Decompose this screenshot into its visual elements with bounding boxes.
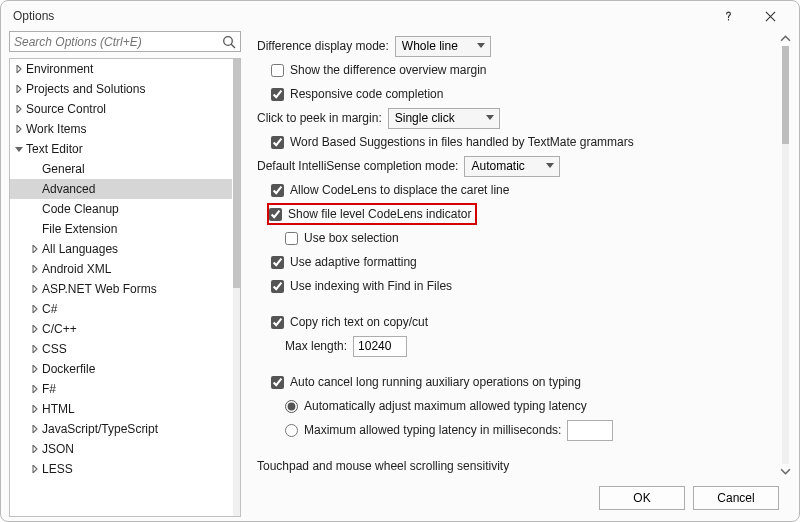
intellisense-select[interactable]: Automatic [464, 156, 560, 177]
tree-item[interactable]: LESS [10, 459, 232, 479]
tree-scrollbar[interactable] [233, 59, 240, 516]
tree-item-label: Text Editor [26, 142, 83, 156]
copy-rich-checkbox[interactable] [271, 316, 284, 329]
tree-item[interactable]: Environment [10, 59, 232, 79]
chevron-right-icon [30, 384, 40, 394]
indexing-find-label: Use indexing with Find in Files [290, 279, 452, 293]
latency-ms-label: Maximum allowed typing latency in millis… [304, 423, 561, 437]
tree-item[interactable]: ASP.NET Web Forms [10, 279, 232, 299]
tree-item-label: LESS [42, 462, 73, 476]
cancel-button[interactable]: Cancel [693, 486, 779, 510]
responsive-completion-label: Responsive code completion [290, 87, 443, 101]
tree-item[interactable]: CSS [10, 339, 232, 359]
diff-mode-select[interactable]: Whole line [395, 36, 491, 57]
tree-item[interactable]: File Extension [10, 219, 232, 239]
titlebar: Options [1, 1, 799, 31]
chevron-right-icon [30, 444, 40, 454]
adaptive-fmt-label: Use adaptive formatting [290, 255, 417, 269]
tree-item[interactable]: Android XML [10, 259, 232, 279]
codelens-caret-checkbox[interactable] [271, 184, 284, 197]
tree-item[interactable]: Code Cleanup [10, 199, 232, 219]
close-button[interactable] [749, 2, 791, 30]
search-wrap [9, 31, 241, 52]
tree-item[interactable]: Source Control [10, 99, 232, 119]
tree-item[interactable]: Dockerfile [10, 359, 232, 379]
chevron-right-icon [30, 244, 40, 254]
tree-item-label: C/C++ [42, 322, 77, 336]
diff-mode-label: Difference display mode: [257, 39, 389, 53]
tree-item[interactable]: Text Editor [10, 139, 232, 159]
auto-cancel-label: Auto cancel long running auxiliary opera… [290, 375, 581, 389]
highlighted-option: Show file level CodeLens indicator [267, 203, 477, 225]
ok-button[interactable]: OK [599, 486, 685, 510]
show-diff-overview-checkbox[interactable] [271, 64, 284, 77]
latency-ms-input[interactable] [567, 420, 613, 441]
search-input[interactable] [9, 31, 241, 52]
box-selection-checkbox[interactable] [285, 232, 298, 245]
window-title: Options [13, 9, 707, 23]
tree-item-label: HTML [42, 402, 75, 416]
latency-auto-label: Automatically adjust maximum allowed typ… [304, 399, 587, 413]
adaptive-fmt-checkbox[interactable] [271, 256, 284, 269]
chevron-right-icon [30, 364, 40, 374]
dialog-footer: OK Cancel [249, 479, 791, 517]
codelens-indicator-label: Show file level CodeLens indicator [288, 207, 471, 221]
chevron-right-icon [30, 344, 40, 354]
word-based-label: Word Based Suggestions in files handled … [290, 135, 634, 149]
indexing-find-checkbox[interactable] [271, 280, 284, 293]
panel-scrollbar-thumb[interactable] [782, 46, 789, 144]
tree-item-label: Android XML [42, 262, 111, 276]
chevron-right-icon [14, 64, 24, 74]
tree-item-label: General [42, 162, 85, 176]
panel-scrollbar[interactable] [780, 33, 791, 477]
tree-scrollbar-thumb[interactable] [233, 59, 240, 288]
responsive-completion-checkbox[interactable] [271, 88, 284, 101]
chevron-right-icon [30, 284, 40, 294]
scroll-up-icon[interactable] [780, 33, 791, 44]
tree-item[interactable]: HTML [10, 399, 232, 419]
tree-item-label: Projects and Solutions [26, 82, 145, 96]
close-icon [765, 11, 776, 22]
chevron-right-icon [14, 124, 24, 134]
chevron-right-icon [30, 464, 40, 474]
search-icon [222, 35, 236, 49]
tree-item[interactable]: JavaScript/TypeScript [10, 419, 232, 439]
tree-item[interactable]: F# [10, 379, 232, 399]
tree-item-label: Code Cleanup [42, 202, 119, 216]
chevron-right-icon [14, 84, 24, 94]
settings-panel: Difference display mode: Whole line Show… [249, 31, 775, 479]
chevron-right-icon [30, 264, 40, 274]
codelens-indicator-checkbox[interactable] [269, 208, 282, 221]
panel-scrollbar-track[interactable] [782, 46, 789, 464]
chevron-right-icon [30, 404, 40, 414]
tree-item[interactable]: Projects and Solutions [10, 79, 232, 99]
category-tree[interactable]: EnvironmentProjects and SolutionsSource … [9, 58, 241, 517]
tree-item[interactable]: C/C++ [10, 319, 232, 339]
help-button[interactable] [707, 2, 749, 30]
options-dialog: Options EnvironmentProjects and Solution… [0, 0, 800, 522]
tree-item[interactable]: Advanced [10, 179, 232, 199]
tree-item-label: C# [42, 302, 57, 316]
scroll-down-icon[interactable] [780, 466, 791, 477]
touchpad-label: Touchpad and mouse wheel scrolling sensi… [257, 459, 509, 473]
max-length-input[interactable] [353, 336, 407, 357]
tree-item-label: Environment [26, 62, 93, 76]
tree-item-label: All Languages [42, 242, 118, 256]
tree-item-label: CSS [42, 342, 67, 356]
auto-cancel-checkbox[interactable] [271, 376, 284, 389]
tree-item[interactable]: Work Items [10, 119, 232, 139]
codelens-caret-label: Allow CodeLens to displace the caret lin… [290, 183, 509, 197]
box-selection-label: Use box selection [304, 231, 399, 245]
tree-item[interactable]: JSON [10, 439, 232, 459]
tree-item[interactable]: C# [10, 299, 232, 319]
word-based-checkbox[interactable] [271, 136, 284, 149]
tree-item[interactable]: All Languages [10, 239, 232, 259]
latency-ms-radio[interactable] [285, 424, 298, 437]
tree-item-label: ASP.NET Web Forms [42, 282, 157, 296]
tree-item-label: F# [42, 382, 56, 396]
chevron-right-icon [30, 304, 40, 314]
help-icon [723, 11, 734, 22]
tree-item[interactable]: General [10, 159, 232, 179]
latency-auto-radio[interactable] [285, 400, 298, 413]
peek-select[interactable]: Single click [388, 108, 500, 129]
